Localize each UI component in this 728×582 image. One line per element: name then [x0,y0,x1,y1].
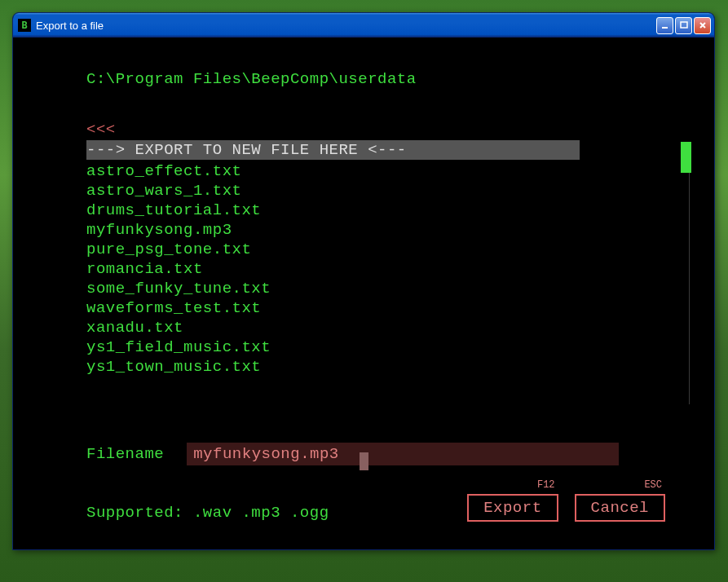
file-item[interactable]: some_funky_tune.txt [86,279,665,298]
back-navigation[interactable]: <<< [86,121,665,139]
action-buttons: F12 Export ESC Cancel [467,494,665,522]
file-list-area: <<< ---> EXPORT TO NEW FILE HERE <--- as… [86,121,665,398]
scrollbar-track[interactable] [678,143,690,404]
bottom-row: Supported: .wav .mp3 .ogg F12 Export ESC… [86,494,665,522]
cancel-button[interactable]: Cancel [575,494,665,522]
file-item[interactable]: waveforms_test.txt [86,298,665,318]
supported-formats: Supported: .wav .mp3 .ogg [86,504,329,522]
text-cursor [360,452,368,470]
app-icon: B [18,19,31,32]
export-button[interactable]: Export [467,494,558,522]
titlebar[interactable]: B Export to a file [13,13,714,37]
window-title: Export to a file [36,20,656,32]
file-item[interactable]: drums_tutorial.txt [86,201,665,220]
file-item[interactable]: ys1_field_music.txt [86,337,665,357]
scrollbar-thumb[interactable] [681,142,691,173]
export-dialog-window: B Export to a file C:\Program Files\Beep… [12,12,715,550]
filename-input[interactable] [187,443,619,465]
file-item[interactable]: astro_effect.txt [86,161,665,181]
file-item[interactable]: myfunkysong.mp3 [86,220,665,240]
cancel-hotkey-hint: ESC [644,479,662,491]
close-button[interactable] [694,17,711,34]
file-list: astro_effect.txt astro_wars_1.txt drums_… [86,161,665,377]
filename-label: Filename [86,445,164,463]
export-new-file-option[interactable]: ---> EXPORT TO NEW FILE HERE <--- [86,140,580,160]
file-item[interactable]: xanadu.txt [86,318,665,337]
file-item[interactable]: pure_psg_tone.txt [86,240,665,259]
export-hotkey-hint: F12 [537,479,555,491]
maximize-button[interactable] [675,17,692,34]
file-item[interactable]: romancia.txt [86,259,665,279]
svg-rect-1 [681,22,687,28]
file-item[interactable]: astro_wars_1.txt [86,181,665,201]
minimize-button[interactable] [656,17,673,34]
filename-row: Filename [86,443,665,465]
current-path: C:\Program Files\BeepComp\userdata [86,70,665,88]
file-item[interactable]: ys1_town_music.txt [86,357,665,377]
titlebar-buttons [656,17,711,34]
svg-rect-0 [662,27,668,29]
dialog-content: C:\Program Files\BeepComp\userdata <<< -… [13,37,714,549]
